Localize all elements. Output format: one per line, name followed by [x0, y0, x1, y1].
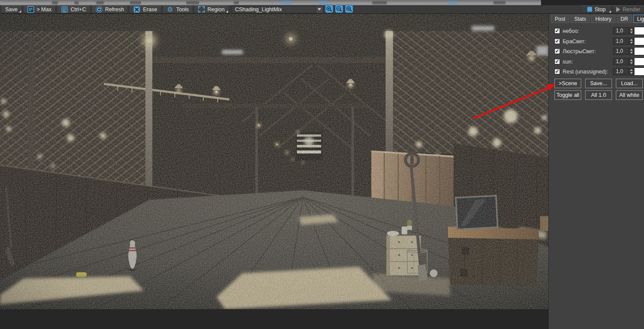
light-layer-label: БраСвет:: [563, 38, 586, 45]
zoom-out-icon: [335, 5, 343, 14]
channel-select-arrow[interactable]: [316, 6, 323, 13]
vfb-window: { "toolbar": { "save": "Save", "max": ">…: [0, 0, 644, 329]
titlebar-text-fragment: [372, 1, 387, 4]
checkbox-checked[interactable]: ✓: [554, 48, 560, 54]
lightmix-row: ✓ ЛюстрыСвет: 1,0: [549, 48, 644, 56]
panel-tabs: Post Stats History DR LightMix: [551, 15, 644, 24]
save-mix-button[interactable]: Save...: [585, 79, 612, 88]
erase-button[interactable]: Erase: [129, 6, 161, 13]
tab-stats[interactable]: Stats: [570, 15, 590, 23]
intensity-spinner[interactable]: [629, 58, 634, 65]
save-button-label: Save: [5, 6, 18, 13]
checkbox-checked[interactable]: ✓: [554, 38, 560, 44]
titlebar-text-fragment: [96, 1, 104, 4]
region-label: Region: [207, 6, 225, 13]
dropdown-corner-icon: [609, 10, 611, 13]
copy-icon: [61, 6, 68, 13]
erase-x-icon: [133, 6, 140, 13]
save-button[interactable]: Save: [1, 6, 22, 13]
dropdown-corner-icon: [226, 10, 228, 13]
light-layer-label: ЛюстрыСвет:: [563, 48, 596, 55]
erase-label: Erase: [143, 6, 157, 13]
spinner-down-icon: [630, 52, 633, 54]
intensity-input[interactable]: 1,0: [613, 38, 629, 45]
stop-label: Stop: [595, 6, 606, 13]
zoom-in-button[interactable]: [325, 5, 333, 13]
copy-clipboard-button[interactable]: Ctrl+C: [57, 6, 90, 13]
intensity-spinner[interactable]: [629, 27, 634, 35]
spinner-down-icon: [630, 42, 633, 44]
refresh-label: Refresh: [105, 6, 124, 13]
spinner-up-icon: [630, 49, 633, 51]
color-swatch[interactable]: [634, 57, 644, 66]
intensity-input[interactable]: 1,0: [613, 58, 629, 65]
zoom-out-button[interactable]: [335, 5, 343, 13]
zoom-in-icon: [325, 5, 333, 14]
all-white-button[interactable]: All white: [616, 90, 643, 100]
tools-button[interactable]: ⚙ Tools: [162, 6, 193, 13]
scene-button[interactable]: >Scene: [554, 79, 581, 88]
color-swatch[interactable]: [634, 67, 644, 76]
channel-select[interactable]: CShading_LightMix: [232, 6, 323, 13]
intensity-spinner[interactable]: [629, 68, 634, 75]
color-swatch[interactable]: [634, 47, 644, 55]
copy-to-max-button[interactable]: > Max: [23, 6, 56, 13]
lightmix-row: ✓ небоо: 1,0: [549, 28, 644, 36]
titlebar-text-fragment: [74, 1, 79, 4]
titlebar-text-fragment: [234, 1, 239, 4]
tab-dr[interactable]: DR: [617, 15, 632, 23]
spinner-down-icon: [630, 72, 633, 74]
spinner-down-icon: [630, 32, 633, 33]
render-viewport[interactable]: [0, 14, 548, 309]
tab-lightmix[interactable]: LightMix: [633, 15, 644, 23]
titlebar-text-fragment: [448, 1, 457, 4]
spinner-up-icon: [630, 29, 633, 30]
tab-post[interactable]: Post: [551, 15, 569, 23]
render-label: Render: [623, 6, 641, 13]
light-layer-label: Rest (unassigned):: [563, 68, 608, 75]
barn-render-scene: [0, 14, 548, 309]
region-marquee-icon: [198, 6, 205, 13]
titlebar-text-fragment: [52, 1, 58, 4]
checkbox-checked[interactable]: ✓: [554, 59, 560, 64]
copy-clipboard-label: Ctrl+C: [71, 6, 86, 13]
vfb-main: Post Stats History DR LightMix ✓ небоо: …: [0, 14, 644, 329]
render-play-icon: [616, 7, 620, 12]
load-mix-button[interactable]: Load...: [616, 79, 643, 88]
spinner-down-icon: [630, 62, 633, 64]
all-10-button[interactable]: All 1.0: [585, 90, 612, 100]
intensity-spinner[interactable]: [629, 38, 634, 45]
titlebar-text-fragment: [319, 1, 328, 4]
intensity-input[interactable]: 1,0: [613, 48, 629, 55]
titlebar-text-fragment: [130, 1, 141, 4]
copy-to-max-label: > Max: [37, 6, 52, 13]
stop-button[interactable]: Stop: [581, 6, 612, 13]
checkbox-checked[interactable]: ✓: [554, 28, 560, 34]
intensity-spinner[interactable]: [629, 48, 634, 55]
spinner-up-icon: [630, 59, 633, 61]
spinner-up-icon: [630, 69, 633, 71]
intensity-input[interactable]: 1,0: [613, 68, 629, 75]
titlebar-text-fragment: [186, 1, 199, 4]
render-noise-dark: [0, 14, 548, 309]
intensity-input[interactable]: 1,0: [613, 27, 629, 35]
titlebar-dark-corner: [541, 0, 644, 5]
refresh-icon: [96, 6, 103, 13]
light-layer-label: sun:: [563, 58, 573, 65]
viewport-background-strip: [0, 309, 548, 329]
refresh-button[interactable]: Refresh: [91, 6, 129, 13]
window-titlebar: [0, 0, 644, 5]
tools-label: Tools: [176, 6, 189, 13]
titlebar-text-fragment: [493, 1, 506, 4]
color-swatch[interactable]: [634, 37, 644, 45]
region-button[interactable]: Region: [194, 6, 229, 13]
checkbox-checked[interactable]: ✓: [554, 69, 560, 74]
zoom-reset-button[interactable]: [345, 5, 353, 13]
color-swatch[interactable]: [634, 27, 644, 35]
stop-icon: [587, 7, 592, 12]
render-button[interactable]: Render: [613, 6, 643, 13]
lightmix-row: ✓ Rest (unassigned): 1,0: [549, 68, 644, 77]
tab-history[interactable]: History: [591, 15, 615, 23]
vfb-toolbar: Save > Max Ctrl+C Refresh Erase ⚙ Tools …: [0, 5, 644, 14]
toggle-all-button[interactable]: Toggle all: [554, 90, 581, 100]
